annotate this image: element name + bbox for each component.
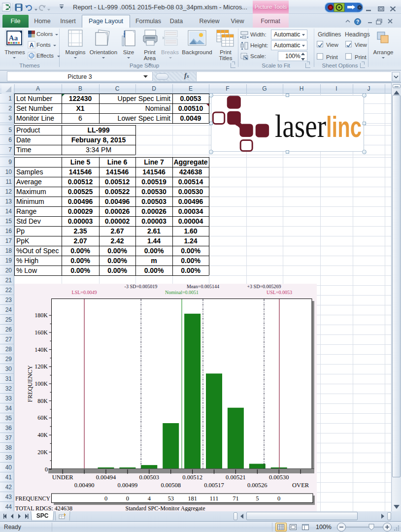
svg-text:TOTAL RDGS: 424638: TOTAL RDGS: 424638 <box>15 504 72 512</box>
svg-text:UNDER: UNDER <box>52 474 74 481</box>
svg-text:120K: 120K <box>34 363 48 370</box>
svg-text:FREQUENCY: FREQUENCY <box>27 365 33 402</box>
svg-text:180K: 180K <box>34 312 48 319</box>
svg-text:Standard SPC-Monitor Aggregate: Standard SPC-Monitor Aggregate <box>126 504 205 512</box>
svg-text:0: 0 <box>126 495 129 502</box>
svg-text:FREQUENCY: FREQUENCY <box>15 495 50 502</box>
svg-text:0.00521: 0.00521 <box>226 474 246 481</box>
svg-text:0.00517: 0.00517 <box>204 482 224 489</box>
svg-text:71: 71 <box>233 495 239 502</box>
svg-text:A: A <box>30 42 34 49</box>
svg-text:laser: laser <box>275 108 326 144</box>
svg-text:+3 SD=0.005269: +3 SD=0.005269 <box>247 284 281 289</box>
svg-text:181: 181 <box>188 495 197 502</box>
svg-text:?: ? <box>356 19 359 25</box>
svg-text:0.00508: 0.00508 <box>161 482 181 489</box>
svg-text:0.00494: 0.00494 <box>96 474 116 481</box>
svg-text:OVER: OVER <box>292 482 309 489</box>
svg-text:-3 SD=0.005019: -3 SD=0.005019 <box>125 284 158 289</box>
svg-text:0: 0 <box>277 495 280 502</box>
svg-text:0.00503: 0.00503 <box>139 474 159 481</box>
svg-text:0.00526: 0.00526 <box>247 482 267 489</box>
svg-text:53: 53 <box>167 495 174 502</box>
svg-text:5: 5 <box>256 495 259 502</box>
svg-text:0.00499: 0.00499 <box>118 482 138 489</box>
svg-text:linc: linc <box>326 111 362 143</box>
svg-text:60K: 60K <box>37 414 48 421</box>
svg-text:80K: 80K <box>37 398 48 404</box>
svg-text:4: 4 <box>148 495 151 502</box>
svg-text:140K: 140K <box>34 346 48 353</box>
svg-text:Nominal=0.0051: Nominal=0.0051 <box>165 290 199 295</box>
svg-text:0: 0 <box>104 495 107 502</box>
svg-text:40K: 40K <box>37 432 48 438</box>
svg-text:20K: 20K <box>37 449 48 456</box>
svg-text:0.00490: 0.00490 <box>74 482 95 489</box>
svg-text:0.00530: 0.00530 <box>269 474 289 481</box>
svg-text:160K: 160K <box>34 329 48 336</box>
svg-text:0.00512: 0.00512 <box>182 474 202 481</box>
svg-text:Mean=0.005144: Mean=0.005144 <box>187 284 219 289</box>
svg-text:0: 0 <box>45 466 48 473</box>
svg-text:LSL=0.0049: LSL=0.0049 <box>72 290 97 295</box>
svg-text:Aa: Aa <box>9 34 18 42</box>
svg-text:100K: 100K <box>34 380 48 387</box>
svg-text:USL=0.0053: USL=0.0053 <box>267 290 292 295</box>
svg-text:111: 111 <box>210 495 219 502</box>
